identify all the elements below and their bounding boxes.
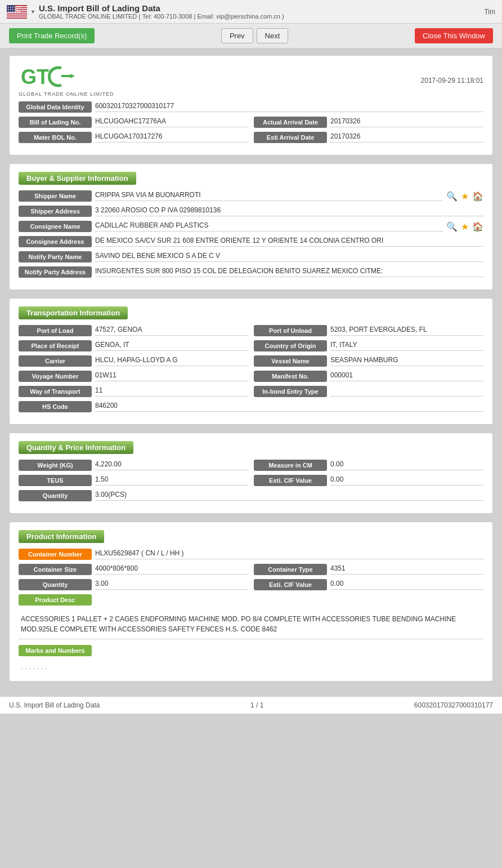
consignee-name-row: Consignee Name CADILLAC RUBBER AND PLAST…: [19, 221, 483, 232]
place-of-receipt-label: Place of Receipt: [19, 340, 92, 351]
product-desc-text: ACCESSORIES 1 PALLET + 2 CAGES ENDFORMIN…: [19, 609, 483, 639]
manifest-no-value: 000001: [330, 371, 483, 381]
voyage-number-label: Voyage Number: [19, 371, 92, 382]
teus-label: TEUS: [19, 475, 92, 486]
esti-arrival-date-value: 20170326: [330, 132, 483, 143]
next-button[interactable]: Next: [257, 28, 289, 43]
prev-button[interactable]: Prev: [221, 28, 253, 43]
dropdown-arrow-icon[interactable]: ▾: [32, 8, 34, 15]
port-of-load-value: 47527, GENOA: [95, 326, 248, 336]
bill-of-lading-value: HLCUGOAHC17276AA: [95, 117, 248, 127]
shipper-name-label: Shipper Name: [19, 190, 92, 202]
container-type-value: 4351: [330, 564, 483, 575]
consignee-address-value: DE MEXICO SA/CV SUR 21 608 ENTRE ORIENTE…: [95, 237, 483, 247]
global-data-identity-value: 600320170327000310177: [95, 102, 483, 112]
shipper-address-label: Shipper Address: [19, 206, 92, 217]
close-button[interactable]: Close This Window: [415, 28, 493, 43]
hs-code-row: HS Code 846200: [19, 401, 483, 412]
esti-cif-value: 0.00: [330, 475, 483, 486]
shipper-name-value: CRIPPA SPA VIA M BUONARROTI: [95, 191, 443, 201]
product-esti-cif-value: 0.00: [330, 580, 483, 590]
container-type-label: Container Type: [254, 564, 327, 575]
mater-bol-value: HLCUGOA170317276: [95, 132, 248, 143]
product-info-card: Product Information Container Number HLX…: [9, 522, 493, 682]
print-button[interactable]: Print Trade Record(s): [9, 28, 95, 43]
consignee-address-label: Consignee Address: [19, 236, 92, 247]
product-quantity-value: 3.00: [95, 580, 248, 590]
in-bond-entry-type-value: [330, 386, 483, 397]
star-icon[interactable]: ★: [461, 191, 469, 202]
logo: G T: [19, 64, 86, 91]
actual-arrival-date-value: 20170326: [330, 117, 483, 127]
svg-marker-14: [70, 74, 75, 78]
logo-subtitle: GLOBAL TRADE ONLINE LIMITED: [19, 91, 114, 97]
container-size-row: Container Size 4000*806*800 Container Ty…: [19, 564, 483, 575]
search-icon-2[interactable]: 🔍: [446, 221, 458, 232]
transport-row: Way of Transport 11 In-bond Entry Type: [19, 386, 483, 397]
marks-value: . . . . . . .: [19, 660, 483, 673]
esti-cif-label: Esti. CIF Value: [254, 475, 327, 486]
top-bar: ★★★★★★ ★★★★★ ★★★★★★ ▾ U.S. Import Bill o…: [0, 0, 502, 24]
logo-area: G T GLOBAL TRADE ONLINE LIMITED: [19, 64, 114, 97]
record-date: 2017-09-29 11:18:01: [421, 77, 483, 84]
mater-bol-row: Mater BOL No. HLCUGOA170317276 Esti Arri…: [19, 132, 483, 143]
bol-row: Bill of Lading No. HLCUGOAHC17276AA Actu…: [19, 117, 483, 128]
carrier-label: Carrier: [19, 355, 92, 367]
quantity-price-title: Quantity & Price Information: [19, 441, 133, 454]
main-content: G T GLOBAL TRADE ONLINE LIMITED 2017-09-…: [0, 48, 502, 696]
port-of-load-label: Port of Load: [19, 325, 92, 336]
weight-row: Weight (KG) 4,220.00 Measure in CM 0.00: [19, 460, 483, 471]
manifest-no-label: Manifest No.: [254, 371, 327, 382]
weight-label: Weight (KG): [19, 460, 92, 471]
svg-rect-5: [7, 14, 27, 15]
search-icon[interactable]: 🔍: [446, 191, 458, 202]
quantity-label: Quantity: [19, 490, 92, 501]
record-card: G T GLOBAL TRADE ONLINE LIMITED 2017-09-…: [9, 55, 493, 155]
consignee-address-row: Consignee Address DE MEXICO SA/CV SUR 21…: [19, 236, 483, 247]
port-of-unload-label: Port of Unload: [254, 325, 327, 336]
toolbar: Print Trade Record(s) Prev Next Close Th…: [0, 24, 502, 48]
home-icon-2[interactable]: 🏠: [472, 221, 483, 232]
port-row: Port of Load 47527, GENOA Port of Unload…: [19, 325, 483, 336]
quantity-row: Quantity 3.00(PCS): [19, 490, 483, 501]
star-icon-2[interactable]: ★: [461, 221, 469, 232]
product-quantity-label: Quantity: [19, 579, 92, 590]
marks-header-row: Marks and Numbers: [19, 645, 483, 656]
carrier-row: Carrier HLCU, HAPAG-LLOYD A G Vessel Nam…: [19, 355, 483, 367]
notify-party-name-value: SAVINO DEL BENE MEXICO S A DE C V: [95, 252, 483, 262]
product-desc-header-row: Product Desc: [19, 594, 483, 606]
transportation-card: Transportation Information Port of Load …: [9, 298, 493, 425]
country-of-origin-label: Country of Origin: [254, 340, 327, 351]
hs-code-label: HS Code: [19, 401, 92, 412]
notify-party-name-row: Notify Party Name SAVINO DEL BENE MEXICO…: [19, 251, 483, 262]
marks-label: Marks and Numbers: [19, 645, 92, 656]
consignee-name-value: CADILLAC RUBBER AND PLASTICS: [95, 221, 443, 232]
footer-title: U.S. Import Bill of Lading Data: [9, 701, 100, 709]
user-label: Tim: [484, 8, 495, 16]
product-desc-label: Product Desc: [19, 594, 92, 606]
way-of-transport-label: Way of Transport: [19, 386, 92, 397]
container-size-label: Container Size: [19, 564, 92, 575]
container-number-row: Container Number HLXU5629847 ( CN / L / …: [19, 549, 483, 560]
country-of-origin-value: IT, ITALY: [330, 341, 483, 351]
quantity-value: 3.00(PCS): [95, 491, 483, 501]
hs-code-value: 846200: [95, 402, 483, 412]
teus-row: TEUS 1.50 Esti. CIF Value 0.00: [19, 475, 483, 486]
svg-rect-6: [7, 16, 27, 17]
home-icon[interactable]: 🏠: [472, 191, 483, 202]
svg-text:★★★★★★: ★★★★★★: [7, 11, 21, 13]
measure-value: 0.00: [330, 460, 483, 470]
port-of-unload-value: 5203, PORT EVERGLADES, FL: [330, 326, 483, 336]
transportation-title: Transportation Information: [19, 306, 128, 319]
notify-party-address-label: Notify Party Address: [19, 266, 92, 278]
container-number-value: HLXU5629847 ( CN / L / HH ): [95, 549, 483, 559]
vessel-name-label: Vessel Name: [254, 355, 327, 367]
shipper-address-value: 3 22060 AROSIO CO P IVA 02989810136: [95, 206, 483, 216]
measure-label: Measure in CM: [254, 460, 327, 471]
vessel-name-value: SEASPAN HAMBURG: [330, 356, 483, 366]
footer-page-num: 1 / 1: [250, 701, 263, 709]
footer-bar: U.S. Import Bill of Lading Data 1 / 1 60…: [0, 696, 502, 714]
notify-party-name-label: Notify Party Name: [19, 251, 92, 262]
product-quantity-row: Quantity 3.00 Esti. CIF Value 0.00: [19, 579, 483, 590]
product-esti-cif-label: Esti. CIF Value: [254, 579, 327, 590]
